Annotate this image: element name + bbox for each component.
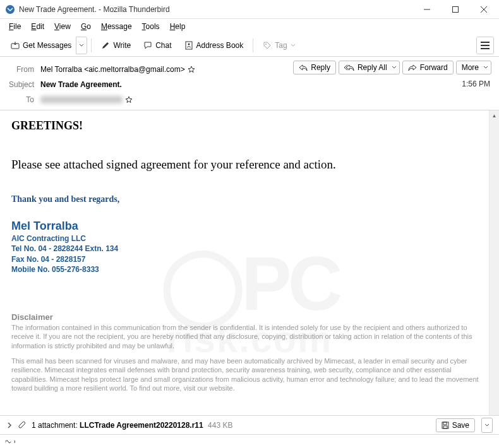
- svg-rect-13: [443, 422, 447, 425]
- menu-edit[interactable]: Edit: [27, 21, 48, 32]
- disclaimer-heading: Disclaimer: [11, 312, 488, 322]
- menu-help[interactable]: Help: [166, 21, 189, 32]
- save-icon: [442, 421, 449, 429]
- pencil-icon: [101, 41, 110, 50]
- app-menu-button[interactable]: [476, 37, 494, 54]
- chat-label: Chat: [155, 41, 171, 50]
- disclaimer-text: This email has been scanned for viruses …: [11, 357, 488, 392]
- menu-file[interactable]: File: [5, 21, 25, 32]
- address-book-icon: [184, 41, 193, 50]
- svg-rect-2: [452, 6, 458, 12]
- attachment-count: 1 attachment:: [32, 421, 78, 430]
- maximize-button[interactable]: [441, 0, 469, 19]
- disclaimer-text: The information contained in this commun…: [11, 323, 488, 350]
- subject-label: Subject: [8, 80, 40, 89]
- menu-go[interactable]: Go: [77, 21, 95, 32]
- download-icon: [11, 41, 20, 50]
- attachment-info[interactable]: 1 attachment: LLCTrade Agreement20220128…: [32, 421, 232, 430]
- save-dropdown[interactable]: [481, 418, 493, 433]
- address-book-label: Address Book: [196, 41, 244, 50]
- chevron-down-icon: [392, 65, 397, 70]
- signature-company: AIC Contracting LLC: [11, 233, 488, 244]
- get-messages-label: Get Messages: [23, 41, 71, 50]
- save-attachment-button[interactable]: Save: [436, 418, 475, 432]
- signature-tel: Tel No. 04 - 2828244 Extn. 134: [11, 244, 488, 254]
- forward-button[interactable]: Forward: [402, 61, 454, 74]
- close-button[interactable]: [469, 0, 498, 19]
- reply-all-button[interactable]: Reply All: [339, 61, 400, 74]
- menu-view[interactable]: View: [51, 21, 75, 32]
- message-body-area: ◯PC risk.com GREETINGS! Please see attac…: [0, 110, 499, 448]
- write-label: Write: [113, 41, 131, 50]
- thunderbird-icon: [5, 4, 15, 15]
- more-button[interactable]: More: [456, 61, 491, 74]
- signature: Mel Torralba AIC Contracting LLC Tel No.…: [11, 218, 488, 274]
- paperclip-icon: [18, 421, 27, 430]
- tag-label: Tag: [275, 41, 287, 50]
- titlebar: New Trade Agreement. - Mozilla Thunderbi…: [0, 0, 499, 19]
- message-headers: Reply Reply All Forward More From Mel To…: [0, 57, 499, 110]
- from-value[interactable]: Mel Torralba <aic.meltorralba@gmail.com>: [40, 65, 185, 74]
- attachment-filename: LLCTrade Agreement20220128.r11: [80, 421, 203, 430]
- reply-label: Reply: [311, 63, 330, 72]
- to-value-redacted: [40, 96, 123, 103]
- scroll-up-icon[interactable]: ▲: [490, 110, 499, 121]
- svg-point-8: [265, 44, 267, 45]
- svg-point-7: [188, 43, 189, 45]
- separator: [91, 38, 92, 52]
- star-icon[interactable]: [188, 66, 195, 73]
- attachment-bar: 1 attachment: LLCTrade Agreement20220128…: [0, 415, 499, 434]
- svg-rect-14: [443, 426, 447, 428]
- body-text: Please see attached signed agreement for…: [11, 158, 488, 172]
- signature-fax: Fax No. 04 - 2828157: [11, 254, 488, 264]
- tag-button[interactable]: Tag: [257, 38, 301, 53]
- menu-message[interactable]: Message: [97, 21, 136, 32]
- svg-rect-6: [186, 42, 192, 49]
- reply-all-label: Reply All: [358, 63, 387, 72]
- svg-point-0: [6, 5, 15, 14]
- greeting-text: GREETINGS!: [11, 119, 488, 133]
- reply-all-icon: [344, 64, 354, 71]
- subject-value: New Trade Agreement.: [40, 80, 122, 89]
- menubar: File Edit View Go Message Tools Help: [0, 19, 499, 34]
- minimize-button[interactable]: [412, 0, 441, 19]
- signature-mobile: Mobile No. 055-276-8333: [11, 264, 488, 274]
- separator: [253, 38, 253, 52]
- chat-icon: [143, 41, 152, 50]
- write-button[interactable]: Write: [95, 38, 136, 53]
- star-icon[interactable]: [125, 96, 133, 103]
- message-time: 1:56 PM: [462, 80, 490, 88]
- chevron-down-icon: [483, 65, 488, 70]
- attachment-size: 443 KB: [208, 421, 232, 430]
- activity-icon: [5, 438, 15, 445]
- signature-name: Mel Torralba: [11, 218, 488, 233]
- toolbar: Get Messages Write Chat Address Book Tag: [0, 34, 499, 57]
- from-label: From: [8, 65, 40, 74]
- status-bar: [0, 434, 499, 448]
- forward-label: Forward: [420, 63, 448, 72]
- scrollbar[interactable]: ▲ ▼: [489, 110, 499, 448]
- reply-icon: [299, 64, 308, 71]
- expand-icon[interactable]: [6, 422, 13, 428]
- menu-tools[interactable]: Tools: [138, 21, 164, 32]
- get-messages-dropdown[interactable]: [76, 37, 87, 54]
- address-book-button[interactable]: Address Book: [179, 38, 250, 53]
- reply-button[interactable]: Reply: [293, 61, 336, 74]
- to-label: To: [8, 95, 40, 104]
- save-label: Save: [452, 421, 469, 430]
- chat-button[interactable]: Chat: [138, 38, 177, 53]
- message-body: GREETINGS! Please see attached signed ag…: [0, 110, 499, 401]
- tag-icon: [263, 41, 272, 50]
- forward-icon: [408, 64, 417, 71]
- action-buttons: Reply Reply All Forward More: [293, 61, 491, 74]
- window-title: New Trade Agreement. - Mozilla Thunderbi…: [19, 5, 412, 14]
- get-messages-button[interactable]: Get Messages: [5, 38, 77, 53]
- more-label: More: [462, 63, 479, 72]
- closing-text: Thank you and best regards,: [11, 194, 488, 204]
